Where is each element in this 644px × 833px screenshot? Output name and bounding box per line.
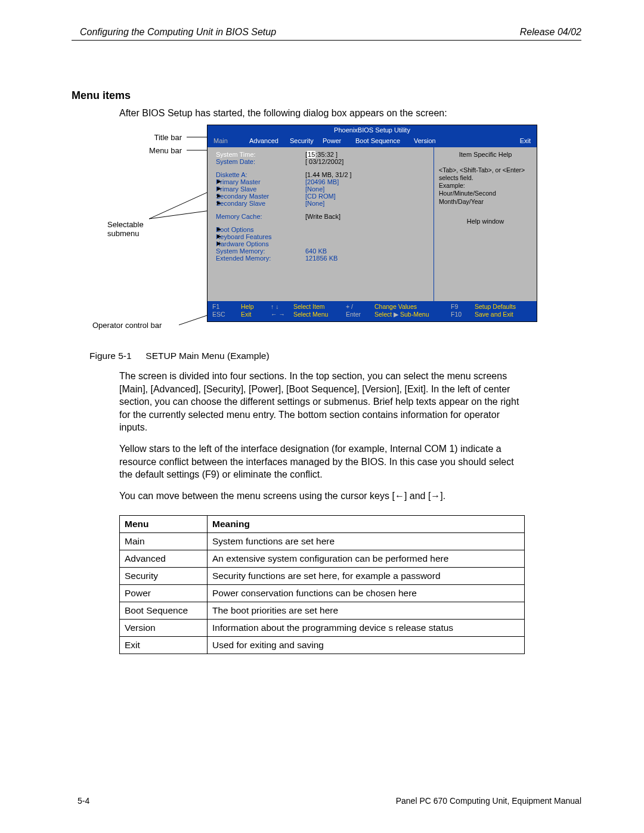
- key-enter: Enter: [346, 311, 361, 318]
- key-plusminus: + /: [346, 303, 353, 310]
- field-diskette-a-label[interactable]: Diskette A:: [216, 171, 305, 178]
- field-system-date-value[interactable]: [ 03/12/2002]: [305, 158, 429, 165]
- paragraph-1: The screen is divided into four sections…: [119, 370, 525, 434]
- submenu-icon: ▶: [217, 233, 221, 239]
- th-meaning: Meaning: [208, 516, 525, 533]
- key-f1: F1: [212, 303, 219, 310]
- callout-titlebar: Title bar: [110, 133, 182, 142]
- bios-help-panel: Item Specific Help <Tab>, <Shift-Tab>, o…: [434, 147, 537, 301]
- cell-meaning: The boot priorities are set here: [208, 602, 525, 620]
- field-keyboard-features[interactable]: Keyboard Features: [216, 233, 305, 240]
- figure-caption: Figure 5-1 SETUP Main Menu (Example): [89, 351, 581, 361]
- bios-title-bar: PhoenixBIOS Setup Utility: [208, 125, 537, 135]
- cell-menu: Boot Sequence: [120, 602, 208, 620]
- hint-select-menu: Select Menu: [293, 311, 328, 318]
- cell-menu: Security: [120, 568, 208, 585]
- field-primary-slave-label[interactable]: Primary Slave: [216, 185, 305, 193]
- callout-submenu-2: submenu: [107, 229, 185, 238]
- bios-dialog: PhoenixBIOS Setup Utility Main Advanced …: [207, 125, 537, 322]
- bios-main-panel: System Time: [15:35:32 ] System Date: [ …: [208, 147, 434, 301]
- field-extended-memory-label: Extended Memory:: [216, 255, 305, 262]
- field-system-memory-value: 640 KB: [305, 247, 429, 255]
- footer-manual-title: Panel PC 670 Computing Unit, Equipment M…: [396, 796, 581, 806]
- menu-boot-sequence[interactable]: Boot Sequence: [355, 137, 414, 144]
- cell-menu: Power: [120, 585, 208, 602]
- menu-exit[interactable]: Exit: [453, 137, 531, 144]
- svg-line-3: [149, 210, 215, 219]
- cell-meaning: Information about the programming device…: [208, 620, 525, 637]
- field-primary-master-label[interactable]: Primary Master: [216, 178, 305, 185]
- cell-meaning: Used for exiting and saving: [208, 637, 525, 654]
- callout-opbar: Operator control bar: [92, 321, 194, 330]
- hint-select-sub-a: Select: [374, 311, 394, 318]
- table-row: PowerPower conservation functions can be…: [120, 585, 525, 602]
- key-f9: F9: [451, 303, 458, 310]
- page-header: Configuring the Computing Unit in BIOS S…: [72, 27, 581, 41]
- bios-figure: Title bar Menu bar Selectable submenu Op…: [92, 125, 558, 336]
- submenu-icon: ▶: [217, 200, 221, 206]
- field-secondary-slave-label[interactable]: Secondary Slave: [216, 200, 305, 207]
- hint-select-item: Select Item: [293, 303, 325, 310]
- submenu-icon: ▶: [217, 240, 221, 246]
- cell-meaning: Security functions are set here, for exa…: [208, 568, 525, 585]
- page-number: 5-4: [78, 796, 89, 806]
- field-system-time-value[interactable]: [15:35:32 ]: [305, 151, 429, 158]
- triangle-icon: ▶: [394, 311, 398, 318]
- cell-menu: Main: [120, 533, 208, 550]
- table-row: AdvancedAn extensive system configuratio…: [120, 550, 525, 568]
- table-row: SecuritySecurity functions are set here,…: [120, 568, 525, 585]
- key-leftright: ← →: [271, 311, 285, 318]
- hint-change-values: Change Values: [374, 303, 417, 310]
- key-esc: ESC: [212, 311, 225, 318]
- hint-exit: Exit: [241, 311, 252, 318]
- table-row: MainSystem functions are set here: [120, 533, 525, 550]
- submenu-icon: ▶: [217, 193, 221, 199]
- help-title: Item Specific Help: [439, 151, 532, 158]
- cell-menu: Exit: [120, 637, 208, 654]
- help-window-label: Help window: [439, 218, 532, 225]
- field-secondary-master-label[interactable]: Secondary Master: [216, 193, 305, 200]
- menu-power[interactable]: Power: [323, 137, 355, 144]
- hint-save-exit: Save and Exit: [475, 311, 513, 318]
- field-diskette-a-value[interactable]: [1.44 MB, 31/2 ]: [305, 171, 429, 178]
- field-hardware-options[interactable]: Hardware Options: [216, 240, 305, 247]
- table-row: ExitUsed for exiting and saving: [120, 637, 525, 654]
- th-menu: Menu: [120, 516, 208, 533]
- field-system-memory-label: System Memory:: [216, 247, 305, 255]
- header-right: Release 04/02: [520, 27, 581, 38]
- key-updown: ↑ ↓: [271, 303, 278, 310]
- time-hour-highlight: 15: [307, 151, 315, 158]
- cell-meaning: An extensive system configuration can be…: [208, 550, 525, 568]
- cell-menu: Advanced: [120, 550, 208, 568]
- menu-table: Menu Meaning MainSystem functions are se…: [119, 515, 525, 654]
- time-rest: :35:32 ]: [315, 151, 338, 158]
- menu-advanced[interactable]: Advanced: [249, 137, 290, 144]
- field-system-time-label[interactable]: System Time:: [216, 151, 305, 158]
- menu-security[interactable]: Security: [290, 137, 323, 144]
- hint-help: Help: [241, 303, 254, 310]
- field-secondary-master-value[interactable]: [CD ROM]: [305, 193, 429, 200]
- bios-menu-bar: Main Advanced Security Power Boot Sequen…: [208, 135, 537, 147]
- field-primary-slave-value[interactable]: [None]: [305, 185, 429, 193]
- submenu-icon: ▶: [217, 185, 221, 191]
- menu-main[interactable]: Main: [213, 137, 249, 144]
- menu-version[interactable]: Version: [414, 137, 453, 144]
- callout-menubar: Menu bar: [110, 146, 182, 155]
- field-boot-options[interactable]: Boot Options: [216, 226, 305, 233]
- header-left: Configuring the Computing Unit in BIOS S…: [80, 27, 276, 38]
- paragraph-2: Yellow stars to the left of the interfac…: [119, 442, 525, 481]
- submenu-icon: ▶: [217, 226, 221, 232]
- hint-setup-defaults: Setup Defaults: [475, 303, 516, 310]
- page-footer: 5-4 Panel PC 670 Computing Unit, Equipme…: [78, 796, 581, 806]
- key-f10: F10: [451, 311, 462, 318]
- field-primary-master-value[interactable]: [20496 MB]: [305, 178, 429, 185]
- callout-submenu-1: Selectable: [107, 220, 185, 229]
- field-system-date-label[interactable]: System Date:: [216, 158, 305, 165]
- figure-number: Figure 5-1: [89, 351, 143, 361]
- paragraph-3: You can move between the menu screens us…: [119, 490, 525, 503]
- field-secondary-slave-value[interactable]: [None]: [305, 200, 429, 207]
- field-memory-cache-value[interactable]: [Write Back]: [305, 213, 429, 220]
- field-memory-cache-label[interactable]: Memory Cache:: [216, 213, 305, 220]
- submenu-icon: ▶: [217, 178, 221, 184]
- svg-line-2: [149, 189, 215, 219]
